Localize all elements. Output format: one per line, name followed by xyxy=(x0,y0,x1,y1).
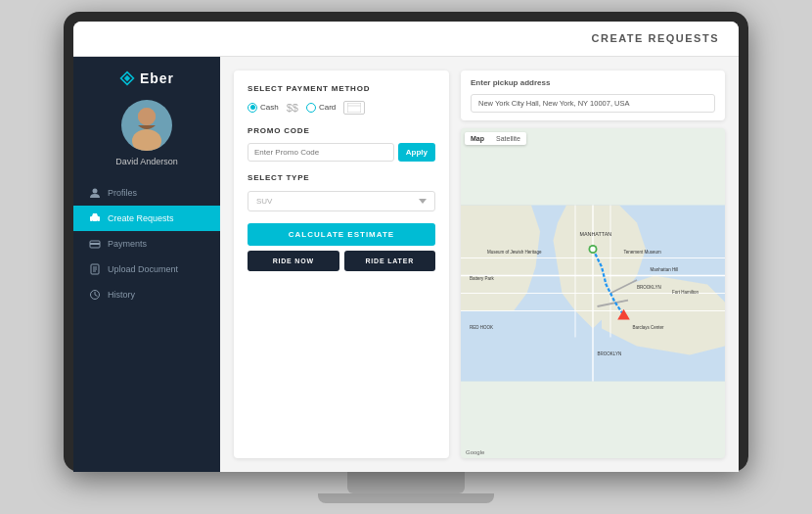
svg-text:MANHATTAN: MANHATTAN xyxy=(580,231,612,237)
sidebar-item-profiles-label: Profiles xyxy=(108,188,137,198)
map-panel: Enter pickup address Map Satellite xyxy=(461,70,725,458)
logo-text: Eber xyxy=(140,70,174,86)
svg-rect-10 xyxy=(90,243,100,245)
card-label: Card xyxy=(319,103,336,112)
svg-line-17 xyxy=(95,295,98,297)
address-input-box: Enter pickup address xyxy=(461,70,725,120)
person-icon xyxy=(89,187,101,199)
ride-later-button[interactable]: RIDE LATER xyxy=(344,251,436,271)
map-tab-satellite[interactable]: Satellite xyxy=(490,132,526,145)
map-tab-map[interactable]: Map xyxy=(465,132,490,145)
monitor: CREATE REQUESTS Eber xyxy=(64,12,748,472)
payment-divider: $$ xyxy=(287,102,298,114)
svg-point-7 xyxy=(92,220,94,222)
ride-now-button[interactable]: RIDE NOW xyxy=(248,251,339,271)
type-select[interactable]: SUV Sedan Van xyxy=(248,191,435,211)
address-label: Enter pickup address xyxy=(471,78,715,87)
avatar xyxy=(121,100,172,151)
svg-text:Barclays Center: Barclays Center xyxy=(633,324,665,329)
svg-point-5 xyxy=(93,188,98,193)
svg-point-4 xyxy=(138,108,156,125)
sidebar: Eber David Anderson xyxy=(73,57,220,472)
payment-icon xyxy=(89,238,101,250)
monitor-base xyxy=(318,493,494,503)
form-panel: SELECT PAYMENT METHOD Cash $$ Card xyxy=(234,70,449,458)
svg-point-34 xyxy=(590,246,595,251)
svg-text:Museum of Jewish Heritage: Museum of Jewish Heritage xyxy=(487,250,542,255)
google-label: Google xyxy=(466,449,484,455)
sidebar-item-payments-label: Payments xyxy=(108,239,147,249)
promo-section-label: PROMO CODE xyxy=(248,126,435,135)
svg-text:BROOKLYN: BROOKLYN xyxy=(637,285,661,290)
logo-icon xyxy=(119,70,135,86)
avatar-image xyxy=(128,104,165,151)
car-icon xyxy=(89,212,101,224)
sidebar-nav: Profiles Create Requests xyxy=(73,180,220,307)
ride-row: RIDE NOW RIDE LATER xyxy=(248,251,435,271)
payment-section-label: SELECT PAYMENT METHOD xyxy=(248,84,435,93)
calculate-button[interactable]: CALCULATE ESTIMATE xyxy=(248,223,435,246)
payment-options: Cash $$ Card xyxy=(248,101,435,115)
svg-text:Fort Hamilton: Fort Hamilton xyxy=(672,289,699,294)
svg-rect-6 xyxy=(90,216,100,221)
monitor-stand xyxy=(347,472,465,493)
svg-text:Manhattan Hill: Manhattan Hill xyxy=(651,267,679,272)
map-container: Map Satellite xyxy=(461,128,725,458)
sidebar-item-profiles[interactable]: Profiles xyxy=(73,180,220,206)
user-name: David Anderson xyxy=(115,157,178,166)
sidebar-item-upload-document-label: Upload Document xyxy=(108,264,178,274)
sidebar-item-create-requests[interactable]: Create Requests xyxy=(73,206,220,231)
card-icon xyxy=(343,101,365,115)
svg-text:BROOKLYN: BROOKLYN xyxy=(598,350,622,355)
type-section-label: SELECT TYPE xyxy=(248,173,435,182)
sidebar-item-upload-document[interactable]: Upload Document xyxy=(73,257,220,282)
document-icon xyxy=(89,263,101,275)
address-input[interactable] xyxy=(471,94,715,113)
cash-radio[interactable] xyxy=(248,103,257,113)
cash-label: Cash xyxy=(260,103,279,112)
card-radio[interactable] xyxy=(306,103,316,113)
svg-text:RED HOOK: RED HOOK xyxy=(470,324,493,329)
svg-point-8 xyxy=(97,220,99,222)
payment-option-card[interactable]: Card xyxy=(306,103,336,113)
top-header: CREATE REQUESTS xyxy=(73,22,739,57)
apply-button[interactable]: Apply xyxy=(398,143,435,162)
main-content: SELECT PAYMENT METHOD Cash $$ Card xyxy=(220,57,739,472)
svg-point-3 xyxy=(132,129,161,151)
svg-marker-1 xyxy=(124,74,130,80)
sidebar-logo: Eber xyxy=(119,70,174,86)
sidebar-item-payments[interactable]: Payments xyxy=(73,231,220,257)
svg-rect-18 xyxy=(347,103,361,113)
svg-text:Battery Park: Battery Park xyxy=(470,276,495,281)
svg-text:Tenement Museum: Tenement Museum xyxy=(624,250,662,255)
clock-icon xyxy=(89,289,101,301)
promo-input[interactable] xyxy=(248,143,394,162)
promo-row: Apply xyxy=(248,143,435,162)
map-svg: MANHATTAN BROOKLYN Museum of Jewish Heri… xyxy=(461,128,725,458)
card-svg xyxy=(347,103,361,113)
sidebar-item-history-label: History xyxy=(108,290,135,300)
sidebar-item-create-requests-label: Create Requests xyxy=(108,213,174,223)
app-body: Eber David Anderson xyxy=(73,57,739,472)
sidebar-item-history[interactable]: History xyxy=(73,282,220,307)
page-title: CREATE REQUESTS xyxy=(592,32,719,44)
payment-option-cash[interactable]: Cash xyxy=(248,103,279,113)
map-tabs: Map Satellite xyxy=(465,132,526,145)
app-container: CREATE REQUESTS Eber xyxy=(73,22,739,472)
monitor-screen: CREATE REQUESTS Eber xyxy=(73,22,739,472)
